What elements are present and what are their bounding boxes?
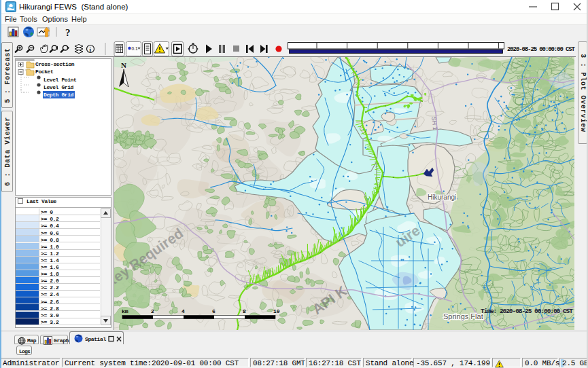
svg-text:N: N	[121, 61, 126, 69]
svg-text:10: 10	[273, 308, 280, 314]
svg-text:4: 4	[181, 308, 185, 314]
svg-text:km: km	[122, 308, 128, 314]
svg-text:i: i	[90, 46, 92, 53]
svg-text:Time: 2020-08-25 00:00:00 CST: Time: 2020-08-25 00:00:00 CST	[481, 308, 573, 315]
svg-text:6: 6	[212, 308, 215, 314]
svg-text:Hikurangi: Hikurangi	[428, 194, 456, 201]
svg-text:?: ?	[65, 27, 71, 38]
svg-text:Springs Flat: Springs Flat	[443, 312, 483, 320]
svg-text:2: 2	[151, 308, 154, 314]
svg-text:8: 8	[243, 308, 246, 314]
svg-text:0.1: 0.1	[132, 46, 138, 51]
